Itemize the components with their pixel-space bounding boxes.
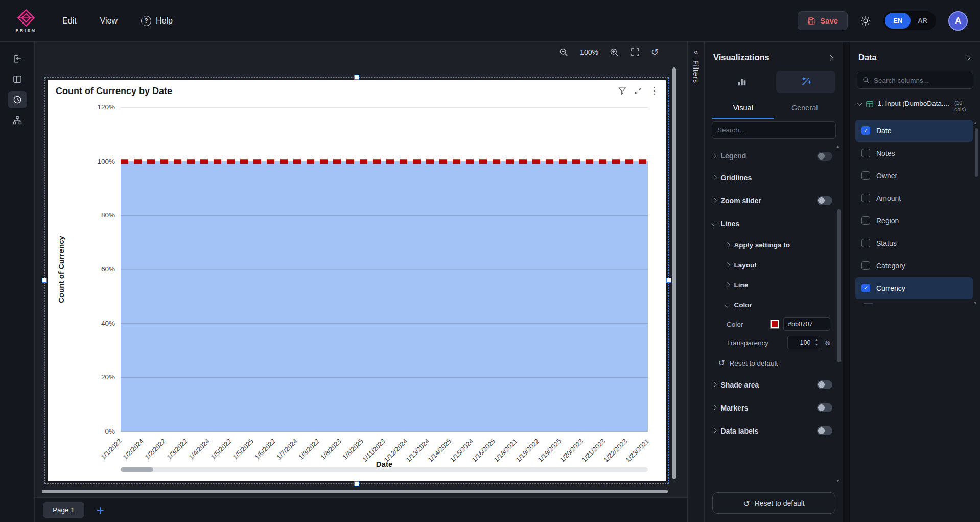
expand-filters-icon[interactable]: «: [694, 48, 698, 55]
fit-to-screen-icon[interactable]: [631, 48, 640, 57]
column-label: Category: [876, 262, 905, 270]
unchecked-checkbox[interactable]: [861, 261, 870, 270]
x-axis-tick-label: 1/8/2025: [341, 437, 365, 461]
unchecked-checkbox[interactable]: [861, 239, 870, 247]
data-column-row[interactable]: Amount: [855, 187, 973, 209]
setting-lines[interactable]: Lines: [712, 212, 832, 235]
markers-toggle[interactable]: [817, 403, 832, 412]
unchecked-checkbox[interactable]: [861, 194, 870, 202]
stepper-down-icon[interactable]: ▼: [815, 343, 819, 347]
columns-scrollbar-thumb[interactable]: [975, 128, 978, 177]
tab-visual[interactable]: Visual: [712, 98, 774, 119]
canvas-area: 100% ↺ Count of Currency by Date: [35, 42, 687, 522]
chevron-right-icon: [712, 405, 716, 410]
chart-type-switcher: [712, 71, 835, 93]
setting-gridlines[interactable]: Gridlines: [712, 166, 832, 189]
theme-toggle-button[interactable]: [860, 15, 871, 27]
report-canvas[interactable]: Count of Currency by Date ⋮ Count of: [35, 62, 687, 497]
data-column-row[interactable]: ✓Currency: [855, 277, 973, 299]
widget-more-options-icon[interactable]: ⋮: [650, 87, 659, 95]
data-source-name: 1. Input (DumboData....: [878, 100, 949, 107]
setting-apply-settings-to[interactable]: Apply settings to: [712, 235, 832, 255]
collapse-panel-icon[interactable]: [8, 50, 27, 67]
flow-diagram-icon[interactable]: [8, 111, 27, 129]
unchecked-checkbox[interactable]: [861, 149, 870, 157]
history-icon[interactable]: [8, 91, 27, 108]
setting-zoom-slider[interactable]: Zoom slider: [712, 189, 832, 212]
canvas-horizontal-scrollbar[interactable]: [42, 490, 668, 493]
filters-collapsed-panel[interactable]: « Filters: [687, 42, 705, 522]
zoom-in-icon[interactable]: [610, 48, 619, 57]
checked-checkbox[interactable]: ✓: [861, 126, 870, 135]
scroll-down-icon[interactable]: ▼: [973, 301, 977, 305]
checked-checkbox[interactable]: ✓: [861, 284, 870, 292]
data-source-row[interactable]: 1. Input (DumboData.... (10 cols): [850, 93, 980, 117]
scroll-down-icon[interactable]: ▼: [836, 479, 840, 483]
canvas-toolbar: 100% ↺: [35, 42, 687, 62]
tab-general[interactable]: General: [774, 98, 836, 119]
setting-layout[interactable]: Layout: [712, 255, 832, 275]
collapse-visualizations-icon[interactable]: [826, 51, 834, 64]
settings-scrollbar-thumb[interactable]: [837, 209, 841, 362]
chevron-down-icon[interactable]: [857, 101, 862, 106]
x-axis-tick-label: 1/5/2022: [209, 437, 233, 461]
reset-to-default-link[interactable]: ↺ Reset to default: [712, 352, 832, 373]
data-column-row[interactable]: Notes: [855, 142, 973, 164]
menu-edit[interactable]: Edit: [62, 16, 77, 26]
reset-view-icon[interactable]: ↺: [651, 47, 659, 58]
zoom-out-icon[interactable]: [559, 48, 569, 57]
reset-to-default-button[interactable]: ↺ Reset to default: [712, 492, 835, 514]
expand-widget-icon[interactable]: [634, 87, 642, 95]
setting-legend[interactable]: Legend: [712, 146, 832, 166]
page-tab[interactable]: Page 1: [43, 502, 84, 518]
unchecked-checkbox[interactable]: [861, 216, 870, 225]
collapse-data-icon[interactable]: [964, 51, 972, 64]
data-column-row[interactable]: ✓Date: [855, 120, 973, 142]
setting-shade-area[interactable]: Shade area: [712, 373, 832, 396]
columns-list: ✓DateNotesOwnerAmountRegionStatusCategor…: [850, 120, 980, 299]
layout-panel-icon[interactable]: [8, 71, 27, 88]
data-labels-toggle[interactable]: [817, 426, 832, 435]
filter-funnel-icon[interactable]: [618, 87, 626, 95]
lang-ar-button[interactable]: AR: [911, 13, 935, 29]
chart-widget[interactable]: Count of Currency by Date ⋮ Count of: [48, 80, 666, 481]
user-avatar[interactable]: A: [948, 11, 968, 31]
color-swatch[interactable]: [770, 320, 779, 329]
chart-horizontal-scrollbar[interactable]: [121, 467, 648, 472]
legend-toggle[interactable]: [817, 152, 832, 161]
data-column-row[interactable]: Owner: [855, 165, 973, 187]
setting-markers[interactable]: Markers: [712, 396, 832, 419]
data-column-row[interactable]: Category: [855, 255, 973, 277]
scroll-up-icon[interactable]: ▲: [836, 145, 840, 149]
resize-handle-left[interactable]: [42, 278, 47, 283]
resize-handle-right[interactable]: [666, 278, 671, 283]
unchecked-checkbox[interactable]: [861, 171, 870, 180]
table-icon: [866, 100, 874, 108]
setting-line[interactable]: Line: [712, 275, 832, 295]
color-hex-input[interactable]: [783, 317, 830, 331]
chart-scrollbar-thumb[interactable]: [121, 467, 153, 472]
resize-handle-bottom[interactable]: [354, 481, 359, 486]
add-page-button[interactable]: +: [97, 505, 104, 515]
menu-view[interactable]: View: [100, 16, 118, 26]
setting-data-labels[interactable]: Data labels: [712, 419, 832, 442]
columns-search-input[interactable]: [874, 77, 968, 84]
visual-settings-search: [712, 121, 836, 139]
data-column-row[interactable]: Status: [855, 232, 973, 254]
data-source-column-count: (10 cols): [954, 100, 974, 112]
setting-color-section[interactable]: Color: [712, 295, 832, 315]
canvas-vertical-scrollbar[interactable]: [672, 67, 676, 479]
shade-area-toggle[interactable]: [817, 380, 832, 389]
smart-formatting-wand-button[interactable]: [776, 71, 836, 93]
stepper-up-icon[interactable]: ▲: [815, 338, 819, 342]
visual-settings-search-input[interactable]: [717, 126, 830, 134]
lang-en-button[interactable]: EN: [885, 13, 911, 29]
menu-help[interactable]: ? Help: [141, 16, 173, 26]
zoom-slider-toggle[interactable]: [817, 196, 832, 205]
scroll-up-icon[interactable]: ▲: [973, 121, 977, 125]
resize-handle-top[interactable]: [354, 75, 359, 80]
bar-chart-type-button[interactable]: [712, 71, 772, 93]
data-column-row[interactable]: Region: [855, 210, 973, 232]
save-button[interactable]: Save: [798, 11, 848, 30]
app-logo[interactable]: PRISM: [12, 9, 40, 33]
